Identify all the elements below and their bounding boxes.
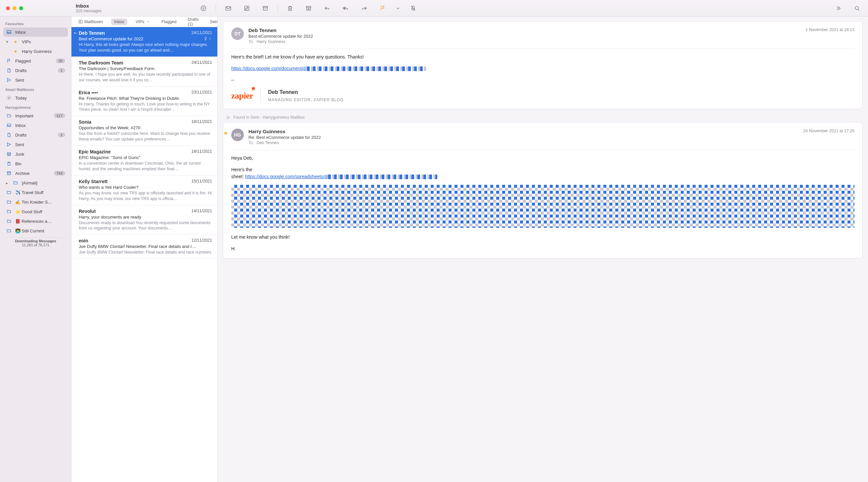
avatar: HG [231,129,244,141]
delete-button[interactable] [284,3,297,13]
window-controls [0,6,71,10]
mute-button[interactable] [407,3,420,13]
message-row[interactable]: The Darkroom Team24/11/2021The Darkroom … [71,57,217,87]
sidebar-item[interactable]: Important117 [3,111,68,120]
message-row[interactable]: Deb Tennen24/11/2021Best eCommerce updat… [71,27,217,57]
sidebar-item[interactable]: ✍️ Tim Kreider S… [3,197,68,206]
star-icon: ★ [12,48,19,54]
overflow-button[interactable] [832,3,845,13]
message-card: DT Deb Tennen Best eCommerce update for … [223,21,863,109]
sheet-link[interactable]: https://docs.google.com/spreadsheets/d/ [245,174,328,179]
sidebar-label: Sent [15,142,65,147]
sidebar-item[interactable]: Drafts1 [3,130,68,139]
favbar-vips[interactable]: VIPs [133,19,153,25]
message-subject: Harry, your documents are ready [79,215,141,220]
message-subject: EPIC Magazine: "Sons of Guns" [79,155,140,160]
junk-button[interactable] [302,3,315,13]
message-date: 23/11/2021 [191,90,212,95]
message-row[interactable]: Sonia18/11/2021Opportunities of the Week… [71,116,217,146]
message-date: 1 November 2021 at 18:13 [805,27,855,44]
zoom-window[interactable] [19,6,23,10]
filter-button[interactable] [197,3,210,13]
activity-line1: Downloading Messages [3,239,68,243]
flag-menu-button[interactable] [395,3,401,13]
from-name: Erica ▪▪▪▪ [79,90,98,95]
flag-icon [6,58,12,64]
message-date: 12/11/2021 [191,238,212,243]
favbar-drafts[interactable]: Drafts (1) [185,16,202,27]
sidebar-item[interactable]: 📕 References a… [3,217,68,226]
inbox-icon [6,122,12,128]
count-badge: 1 [58,68,65,73]
send-icon [6,141,12,148]
body-text: H. [231,245,855,252]
star-icon[interactable]: ★ [223,130,228,136]
message-card: ★ HG Harry Guinness Re: Best eCommerce u… [223,122,863,259]
sidebar-item[interactable]: Bin [3,159,68,168]
message-list[interactable]: Deb Tennen24/11/2021Best eCommerce updat… [71,27,217,482]
message-row[interactable]: Epic Magazine18/11/2021EPIC Magazine: "S… [71,146,217,175]
sidebar-item[interactable]: ▸[Airmail] [3,178,68,187]
sidebar-item[interactable]: Archive743 [3,169,68,178]
svg-rect-3 [263,6,267,7]
folder-icon [6,208,12,215]
disclosure-icon[interactable]: ▸ [6,181,9,186]
message-row[interactable]: eoin12/11/2021Joe Duffy BMW Clontarf New… [71,235,217,259]
found-in-bar: Found in Sent - Harryguinness Mailbox [223,113,863,122]
archive-button[interactable] [259,3,272,13]
section-favourites: Favourites [3,19,68,27]
message-row[interactable]: Revolut14/11/2021Harry, your documents a… [71,205,217,235]
svg-point-5 [855,6,859,9]
minimize-window[interactable] [12,6,17,10]
flag-button[interactable] [376,3,389,13]
sidebar-item[interactable]: 👨‍💻 Still Current [3,226,68,235]
sidebar-item[interactable]: Sent [3,140,68,149]
sidebar-label: 👨‍💻 Still Current [15,228,65,233]
reply-all-button[interactable] [339,3,352,13]
body-text: Here's the brief! Let me know if you hav… [231,54,855,61]
search-button[interactable] [851,3,863,13]
message-row[interactable]: Kelly Starrett15/11/2021Who wants a Yeti… [71,175,217,205]
svg-rect-4 [306,6,311,7]
disclosure-icon[interactable]: ▾ [6,39,9,44]
sidebar-label: Drafts [15,68,55,73]
sidebar-item[interactable]: ✈️ Travel Stuff [3,188,68,197]
sidebar-item-sent[interactable]: Sent [3,75,68,85]
folder-icon [12,180,19,186]
sidebar-item-today[interactable]: Today [3,93,68,102]
body-text: Heya Deb, [231,155,855,162]
reply-button[interactable] [321,3,334,13]
thread-count: 2 [205,36,212,41]
get-mail-button[interactable] [222,3,235,13]
sidebar-item[interactable]: ⭐ Good Stuff [3,207,68,216]
svg-rect-1 [226,7,231,10]
chevron-down-icon [146,20,150,24]
sidebar-label: Sent [15,78,65,83]
close-window[interactable] [6,6,10,10]
sidebar-item-vips[interactable]: ▾ ★ VIPs [3,37,68,46]
message-subject: Joe Duffy BMW Clontarf Newsletter. Final… [79,244,196,249]
favbar-inbox[interactable]: Inbox [111,19,127,25]
message-subject: Best eCommerce update for 2022 [248,34,801,39]
sidebar-item-drafts[interactable]: Drafts 1 [3,66,68,75]
doc-link[interactable]: https://docs.google.com/document/d/ [231,66,307,71]
message-row[interactable]: Erica ▪▪▪▪23/11/2021Re: Freelance Pitch:… [71,87,217,116]
toolbar-separator [216,4,216,12]
sig-divider: -- [231,77,855,84]
sidebar-item[interactable]: Junk [3,150,68,159]
compose-button[interactable] [241,3,253,13]
favbar-flagged[interactable]: Flagged [158,19,179,25]
folder-icon [6,189,12,195]
forward-button[interactable] [358,3,371,13]
mailboxes-toggle[interactable]: Mailboxes [75,19,106,25]
message-subject: Re: Freelance Pitch: What They're Drinki… [79,96,179,101]
mailbox-title: Inbox [76,3,197,9]
sidebar-item[interactable]: Inbox [3,121,68,130]
sidebar-item-vip-person[interactable]: ★ Harry Guinness [3,46,68,56]
sidebar-item-inbox[interactable]: Inbox [3,27,68,37]
sidebar-label: Junk [15,152,65,157]
sidebar-item-flagged[interactable]: Flagged 20 [3,56,68,65]
from-name: Deb Tennen [248,27,801,33]
message-date: 14/11/2021 [191,208,212,214]
message-preview: Hi Harry, this all looks great! Always n… [79,42,212,53]
